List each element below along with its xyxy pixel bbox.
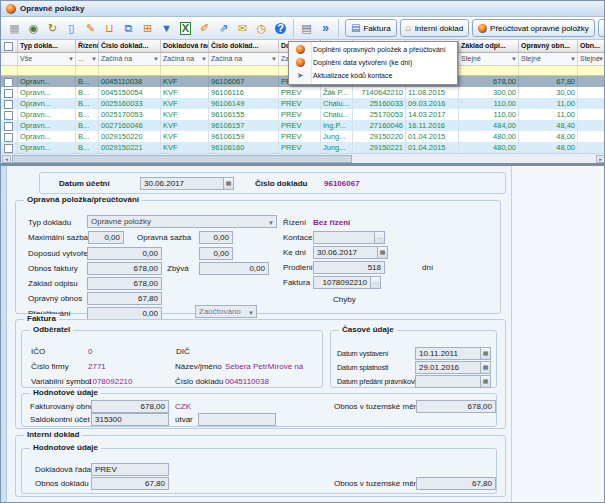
table-cell[interactable]: 0029150220	[99, 131, 161, 142]
table-row[interactable]: Opravn...B...0027160046KVF96106157PREVIn…	[1, 120, 605, 131]
table-cell[interactable]: 16.11.2016	[406, 120, 459, 131]
toolbar-button-new-document[interactable]: ▯	[62, 18, 81, 38]
obnos-faktury-field[interactable]: 678,00	[87, 262, 162, 275]
table-cell[interactable]: 96106149	[209, 98, 279, 109]
column-header[interactable]: Řízení	[76, 40, 99, 53]
toolbar-button-copy[interactable]: ⧉	[119, 18, 138, 38]
column-filter[interactable]: Začíná na▼	[161, 53, 209, 66]
toolbar-button-edit-document[interactable]: ✎	[81, 18, 100, 38]
toolbar-button-help[interactable]: ?	[271, 18, 290, 38]
faktura-lookup-icon[interactable]: …	[370, 276, 381, 289]
table-cell[interactable]: 678,00	[459, 76, 519, 87]
toolbar-button-preview[interactable]: ◉	[24, 18, 43, 38]
table-cell[interactable]: Opravn...	[18, 120, 76, 131]
ke-dni-field[interactable]: 30.06.2017	[313, 246, 378, 259]
obnos-dokladu-field[interactable]: 67,80	[91, 477, 169, 490]
table-cell[interactable]: 11,00	[519, 109, 578, 120]
faktura-tuzemska-field[interactable]: 678,00	[416, 400, 496, 413]
table-cell[interactable]: PREV	[279, 142, 321, 153]
table-cell[interactable]: 48,00	[519, 142, 578, 153]
kontace-lookup-icon[interactable]: …	[374, 231, 385, 244]
table-cell[interactable]: 01.04.2015	[406, 131, 459, 142]
table-cell[interactable]: Ing.P...	[321, 120, 353, 131]
table-cell[interactable]: B...	[76, 98, 99, 109]
kontace-field[interactable]	[313, 231, 375, 244]
table-cell[interactable]: PREV	[279, 87, 321, 98]
table-cell[interactable]: Opravn...	[18, 87, 76, 98]
table-cell[interactable]: B...	[76, 87, 99, 98]
table-cell[interactable]: KVF	[161, 76, 209, 87]
table-cell[interactable]: 0029150221	[99, 142, 161, 153]
table-cell[interactable]: 0025170053	[99, 109, 161, 120]
table-cell[interactable]: PREV	[279, 109, 321, 120]
table-cell[interactable]: Chalu...	[321, 109, 353, 120]
table-cell[interactable]: 0045110038	[99, 76, 161, 87]
doposud-field-2[interactable]: 0,00	[199, 247, 233, 260]
table-cell[interactable]: 480,00	[459, 131, 519, 142]
toolbar-button-grid[interactable]: ▦	[5, 18, 24, 38]
menu-item-1[interactable]: Doplnění opravných položek a přeúčtování	[289, 43, 457, 56]
menu-item-3[interactable]: ➤Aktualizace kódů kontace	[289, 69, 457, 82]
table-cell[interactable]: KVF	[161, 98, 209, 109]
table-cell[interactable]: 110,00	[459, 98, 519, 109]
column-filter[interactable]: Začíná na▼	[209, 53, 279, 66]
table-cell[interactable]: 96106159	[209, 131, 279, 142]
doposud-field[interactable]: 0,00	[87, 247, 162, 260]
filter-input[interactable]	[161, 66, 209, 76]
menu-item-2[interactable]: Doplnění data vytvoření (ke dni)	[289, 56, 457, 69]
filter-input[interactable]	[99, 66, 161, 76]
table-cell[interactable]: 48,00	[519, 131, 578, 142]
zauctovano-combo[interactable]: Zaúčtováno▼	[195, 305, 257, 318]
table-cell[interactable]: B...	[76, 142, 99, 153]
table-cell[interactable]: Chalu...	[321, 98, 353, 109]
table-cell[interactable]: 110,00	[459, 109, 519, 120]
table-cell[interactable]: 48,40	[519, 120, 578, 131]
column-header[interactable]: Opravný obn...	[519, 40, 578, 53]
utvar-field[interactable]	[198, 413, 276, 426]
filter-input[interactable]	[1, 66, 18, 76]
table-cell[interactable]: Opravn...	[18, 142, 76, 153]
datum-splatnosti-calendar-icon[interactable]: ▦	[480, 361, 491, 374]
table-cell[interactable]	[578, 87, 605, 98]
table-cell[interactable]: 67,80	[519, 76, 578, 87]
table-row[interactable]: Opravn...B...0025170053KVF96106155PREVCh…	[1, 109, 605, 120]
table-cell[interactable]: B...	[76, 131, 99, 142]
toolbar-button-excel-export[interactable]: X	[176, 18, 195, 38]
datum-predani-field[interactable]	[415, 375, 481, 388]
column-header[interactable]: Číslo doklad...	[209, 40, 279, 53]
column-filter[interactable]: Stejné▼	[519, 53, 578, 66]
table-cell[interactable]: 11.08.2015	[406, 87, 459, 98]
table-cell[interactable]: 96106116	[209, 87, 279, 98]
row-checkbox[interactable]	[4, 78, 13, 87]
table-cell[interactable]: Jung...	[321, 131, 353, 142]
table-cell[interactable]: 11,00	[519, 98, 578, 109]
table-cell[interactable]: PREV	[279, 120, 321, 131]
row-checkbox-cell[interactable]	[1, 109, 18, 120]
table-cell[interactable]: KVF	[161, 120, 209, 131]
column-header[interactable]: Obn...	[578, 40, 605, 53]
opravna-sazba-field[interactable]: 0,00	[199, 231, 233, 244]
row-checkbox-cell[interactable]	[1, 131, 18, 142]
table-cell[interactable]: 09.03.2016	[406, 98, 459, 109]
column-filter[interactable]: Stejné▼	[578, 53, 605, 66]
row-checkbox-cell[interactable]	[1, 87, 18, 98]
table-cell[interactable]: KVF	[161, 142, 209, 153]
table-cell[interactable]	[578, 98, 605, 109]
column-filter[interactable]	[1, 53, 18, 66]
table-cell[interactable]: 7140642210	[353, 87, 406, 98]
column-header[interactable]: Typ dokla...	[18, 40, 76, 53]
scrollbar-thumb[interactable]	[12, 155, 352, 163]
table-cell[interactable]: PREV	[279, 131, 321, 142]
row-checkbox[interactable]	[4, 89, 13, 98]
filter-input[interactable]	[519, 66, 578, 76]
scroll-left-icon[interactable]: ◂	[2, 155, 11, 163]
table-row[interactable]: Opravn...B...0045150054KVF96106116PREVŽá…	[1, 87, 605, 98]
toolbar-button-alarm[interactable]: ◷	[252, 18, 271, 38]
table-cell[interactable]: Opravn...	[18, 98, 76, 109]
faktura-ref-field[interactable]: 1078092210	[313, 276, 371, 289]
column-filter[interactable]: Začíná na▼	[99, 53, 161, 66]
datum-predani-calendar-icon[interactable]: ▦	[480, 375, 491, 388]
prodleni-field[interactable]: 518	[313, 261, 385, 274]
row-checkbox[interactable]	[4, 133, 13, 142]
datum-ucetni-field[interactable]: 30.06.2017	[140, 177, 224, 190]
